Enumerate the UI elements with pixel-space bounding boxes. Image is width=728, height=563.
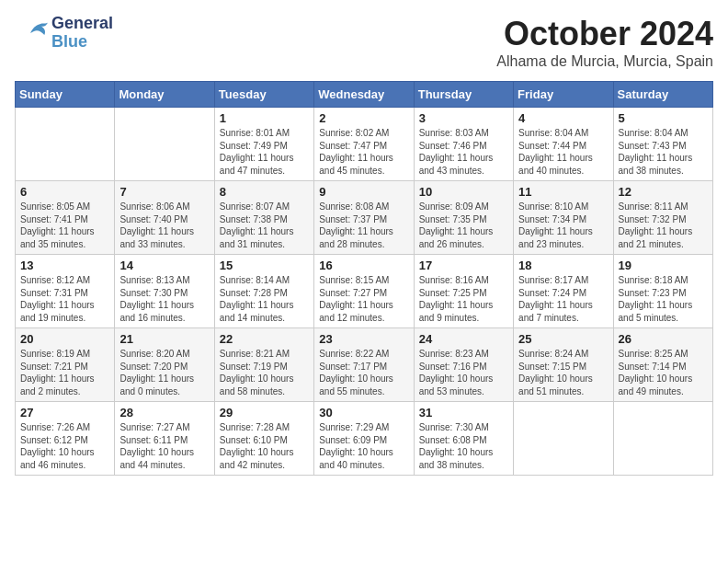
calendar-cell-4-6: 25Sunrise: 8:24 AM Sunset: 7:15 PM Dayli… [514,328,613,402]
day-number: 12 [619,185,708,199]
calendar-cell-2-5: 10Sunrise: 8:09 AM Sunset: 7:35 PM Dayli… [414,181,513,255]
logo: General Blue [15,15,113,52]
day-number: 18 [518,259,608,272]
calendar-cell-4-7: 26Sunrise: 8:25 AM Sunset: 7:14 PM Dayli… [613,328,712,402]
calendar-col-friday: Friday [514,82,613,108]
day-content: Sunrise: 8:19 AM Sunset: 7:21 PM Dayligh… [20,348,109,397]
title-block: October 2024 Alhama de Murcia, Murcia, S… [496,15,713,70]
day-number: 23 [319,332,408,346]
calendar-cell-3-4: 16Sunrise: 8:15 AM Sunset: 7:27 PM Dayli… [314,255,414,328]
calendar-cell-4-5: 24Sunrise: 8:23 AM Sunset: 7:16 PM Dayli… [414,328,513,402]
calendar-week-4: 20Sunrise: 8:19 AM Sunset: 7:21 PM Dayli… [16,328,713,402]
calendar-cell-3-6: 18Sunrise: 8:17 AM Sunset: 7:24 PM Dayli… [514,255,613,328]
calendar-week-3: 13Sunrise: 8:12 AM Sunset: 7:31 PM Dayli… [16,255,713,328]
day-content: Sunrise: 8:22 AM Sunset: 7:17 PM Dayligh… [319,348,408,397]
calendar-cell-5-6 [514,402,613,476]
calendar-cell-4-1: 20Sunrise: 8:19 AM Sunset: 7:21 PM Dayli… [16,328,115,402]
day-number: 21 [119,332,209,346]
day-number: 11 [518,185,608,199]
calendar-cell-4-4: 23Sunrise: 8:22 AM Sunset: 7:17 PM Dayli… [314,328,414,402]
day-number: 17 [419,259,508,272]
day-content: Sunrise: 8:23 AM Sunset: 7:16 PM Dayligh… [419,348,508,397]
day-number: 31 [419,406,508,419]
calendar-cell-2-2: 7Sunrise: 8:06 AM Sunset: 7:40 PM Daylig… [115,181,214,255]
calendar-week-5: 27Sunrise: 7:26 AM Sunset: 6:12 PM Dayli… [16,402,713,476]
day-number: 24 [419,332,508,346]
calendar-cell-2-6: 11Sunrise: 8:10 AM Sunset: 7:34 PM Dayli… [514,181,613,255]
day-number: 27 [20,406,109,419]
day-number: 29 [220,406,309,419]
day-number: 8 [220,185,309,199]
calendar-cell-5-4: 30Sunrise: 7:29 AM Sunset: 6:09 PM Dayli… [314,402,414,476]
calendar-col-monday: Monday [115,82,214,108]
day-content: Sunrise: 8:01 AM Sunset: 7:49 PM Dayligh… [220,127,309,177]
day-number: 16 [319,259,408,272]
calendar-cell-1-4: 2Sunrise: 8:02 AM Sunset: 7:47 PM Daylig… [314,108,414,181]
calendar-cell-1-6: 4Sunrise: 8:04 AM Sunset: 7:44 PM Daylig… [514,108,613,181]
day-content: Sunrise: 8:05 AM Sunset: 7:41 PM Dayligh… [20,201,109,250]
day-content: Sunrise: 8:15 AM Sunset: 7:27 PM Dayligh… [319,274,408,324]
calendar-col-sunday: Sunday [16,82,115,108]
logo-general: General [51,15,113,33]
page-header: General Blue October 2024 Alhama de Murc… [15,15,713,70]
calendar-week-2: 6Sunrise: 8:05 AM Sunset: 7:41 PM Daylig… [16,181,713,255]
calendar-cell-5-5: 31Sunrise: 7:30 AM Sunset: 6:08 PM Dayli… [414,402,513,476]
day-content: Sunrise: 8:06 AM Sunset: 7:40 PM Dayligh… [119,201,209,250]
day-content: Sunrise: 8:03 AM Sunset: 7:46 PM Dayligh… [419,127,508,177]
logo-icon [15,16,50,51]
day-number: 30 [319,406,408,419]
day-content: Sunrise: 8:07 AM Sunset: 7:38 PM Dayligh… [220,201,309,250]
calendar-cell-3-7: 19Sunrise: 8:18 AM Sunset: 7:23 PM Dayli… [613,255,712,328]
calendar-cell-1-1 [16,108,115,181]
calendar-header-row: SundayMondayTuesdayWednesdayThursdayFrid… [16,82,713,108]
month-title: October 2024 [496,15,713,53]
calendar-cell-5-7 [613,402,712,476]
calendar-week-1: 1Sunrise: 8:01 AM Sunset: 7:49 PM Daylig… [16,108,713,181]
day-content: Sunrise: 8:20 AM Sunset: 7:20 PM Dayligh… [119,348,209,397]
day-number: 6 [20,185,109,199]
day-number: 4 [518,111,608,125]
day-content: Sunrise: 8:04 AM Sunset: 7:43 PM Dayligh… [619,127,708,177]
logo-text: General Blue [51,15,113,52]
day-content: Sunrise: 8:11 AM Sunset: 7:32 PM Dayligh… [619,201,708,250]
calendar-cell-2-3: 8Sunrise: 8:07 AM Sunset: 7:38 PM Daylig… [214,181,313,255]
day-content: Sunrise: 8:02 AM Sunset: 7:47 PM Dayligh… [319,127,408,177]
day-content: Sunrise: 8:14 AM Sunset: 7:28 PM Dayligh… [220,274,309,324]
day-content: Sunrise: 8:16 AM Sunset: 7:25 PM Dayligh… [419,274,508,324]
day-content: Sunrise: 8:21 AM Sunset: 7:19 PM Dayligh… [220,348,309,397]
calendar-cell-4-3: 22Sunrise: 8:21 AM Sunset: 7:19 PM Dayli… [214,328,313,402]
day-number: 26 [619,332,708,346]
calendar-cell-1-7: 5Sunrise: 8:04 AM Sunset: 7:43 PM Daylig… [613,108,712,181]
calendar-cell-3-5: 17Sunrise: 8:16 AM Sunset: 7:25 PM Dayli… [414,255,513,328]
day-content: Sunrise: 7:27 AM Sunset: 6:11 PM Dayligh… [119,421,209,471]
day-number: 7 [119,185,209,199]
logo-blue: Blue [51,33,113,52]
day-content: Sunrise: 7:26 AM Sunset: 6:12 PM Dayligh… [20,421,109,471]
day-number: 5 [619,111,708,125]
day-content: Sunrise: 8:10 AM Sunset: 7:34 PM Dayligh… [518,201,608,250]
calendar-cell-3-1: 13Sunrise: 8:12 AM Sunset: 7:31 PM Dayli… [16,255,115,328]
day-content: Sunrise: 8:24 AM Sunset: 7:15 PM Dayligh… [518,348,608,397]
calendar-col-wednesday: Wednesday [314,82,414,108]
day-number: 9 [319,185,408,199]
day-content: Sunrise: 7:30 AM Sunset: 6:08 PM Dayligh… [419,421,508,471]
day-number: 1 [220,111,309,125]
calendar-col-thursday: Thursday [414,82,513,108]
calendar-cell-1-2 [115,108,214,181]
day-number: 25 [518,332,608,346]
calendar-table: SundayMondayTuesdayWednesdayThursdayFrid… [15,81,713,476]
day-number: 22 [220,332,309,346]
calendar-cell-2-4: 9Sunrise: 8:08 AM Sunset: 7:37 PM Daylig… [314,181,414,255]
calendar-col-saturday: Saturday [613,82,712,108]
calendar-cell-2-1: 6Sunrise: 8:05 AM Sunset: 7:41 PM Daylig… [16,181,115,255]
day-content: Sunrise: 8:13 AM Sunset: 7:30 PM Dayligh… [119,274,209,324]
day-number: 13 [20,259,109,272]
day-content: Sunrise: 7:29 AM Sunset: 6:09 PM Dayligh… [319,421,408,471]
calendar-cell-5-3: 29Sunrise: 7:28 AM Sunset: 6:10 PM Dayli… [214,402,313,476]
day-content: Sunrise: 8:08 AM Sunset: 7:37 PM Dayligh… [319,201,408,250]
day-number: 3 [419,111,508,125]
day-content: Sunrise: 8:18 AM Sunset: 7:23 PM Dayligh… [619,274,708,324]
day-number: 20 [20,332,109,346]
day-content: Sunrise: 7:28 AM Sunset: 6:10 PM Dayligh… [220,421,309,471]
calendar-cell-2-7: 12Sunrise: 8:11 AM Sunset: 7:32 PM Dayli… [613,181,712,255]
